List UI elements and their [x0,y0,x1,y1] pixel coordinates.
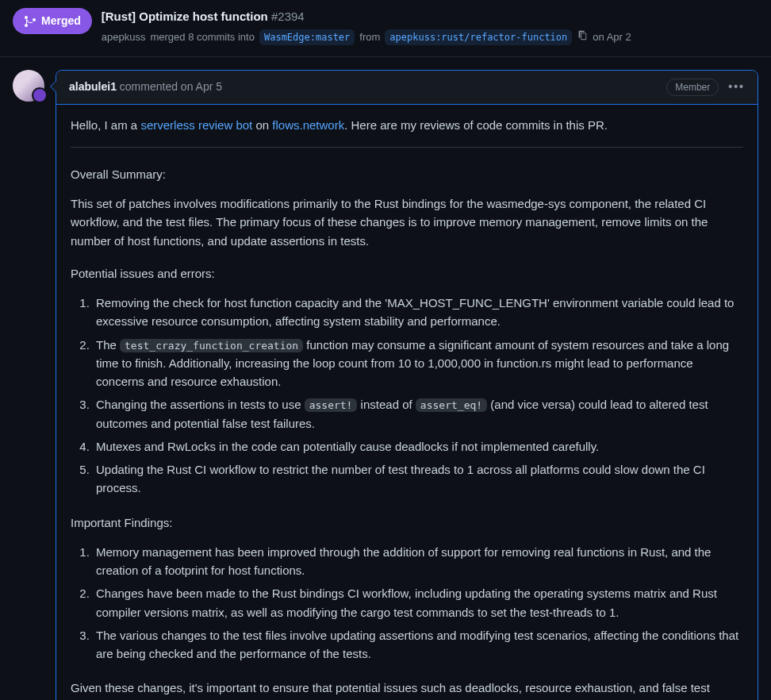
comment-header: alabulei1 commented on Apr 5 Member ••• [56,71,758,105]
inline-code: assert! [305,398,358,412]
list-item: Removing the check for host function cap… [93,294,743,331]
merge-date: on Apr 2 [593,29,631,45]
comment-caret-icon [50,80,56,93]
inline-code: test_crazy_function_creation [120,339,303,352]
comment-body: Hello, I am a serverless review bot on f… [56,105,758,701]
list-item: Changes have been made to the Rust bindi… [93,584,743,621]
issues-heading: Potential issues and errors: [71,264,743,283]
list-item: Memory management has been improved thro… [93,543,743,580]
summary-text: This set of patches involves modificatio… [71,194,743,250]
pr-merge-meta: apepkuss merged 8 commits into WasmEdge:… [102,29,631,45]
avatar[interactable] [13,70,44,102]
pr-author[interactable]: apepkuss [102,29,146,45]
pr-number: #2394 [271,10,305,23]
copy-icon[interactable] [577,29,588,45]
list-item: Mutexes and RwLocks in the code can pote… [93,437,743,456]
comment-container: alabulei1 commented on Apr 5 Member ••• … [56,70,758,701]
link-review-bot[interactable]: serverless review bot [140,118,252,132]
inline-code: assert_eq! [416,398,487,412]
pr-header: Merged [Rust] Optimize host function #23… [0,0,771,57]
base-branch[interactable]: WasmEdge:master [259,29,355,45]
issues-list: Removing the check for host function cap… [71,294,743,498]
divider [71,147,743,148]
list-item: The test_crazy_function_creation functio… [93,336,743,391]
comment-date[interactable]: on Apr 5 [181,80,222,93]
git-merge-icon [24,15,36,28]
summary-heading: Overall Summary: [71,165,743,183]
pr-title: [Rust] Optimize host function #2394 [102,8,631,26]
comment-author[interactable]: alabulei1 [69,80,117,93]
findings-list: Memory management has been improved thro… [71,543,743,663]
kebab-menu-icon[interactable]: ••• [728,79,745,95]
findings-heading: Important Findings: [71,513,743,532]
list-item: The various changes to the test files in… [93,626,743,663]
list-item: Updating the Rust CI workflow to restric… [93,460,743,498]
merged-badge: Merged [13,8,92,34]
head-branch[interactable]: apepkuss:rust/refactor-function [385,29,572,45]
merged-label: Merged [41,13,81,29]
link-flows-network[interactable]: flows.network [272,118,344,132]
closing-text: Given these changes, it's important to e… [71,679,743,700]
list-item: Changing the assertions in tests to use … [93,395,743,433]
member-badge: Member [666,79,719,96]
